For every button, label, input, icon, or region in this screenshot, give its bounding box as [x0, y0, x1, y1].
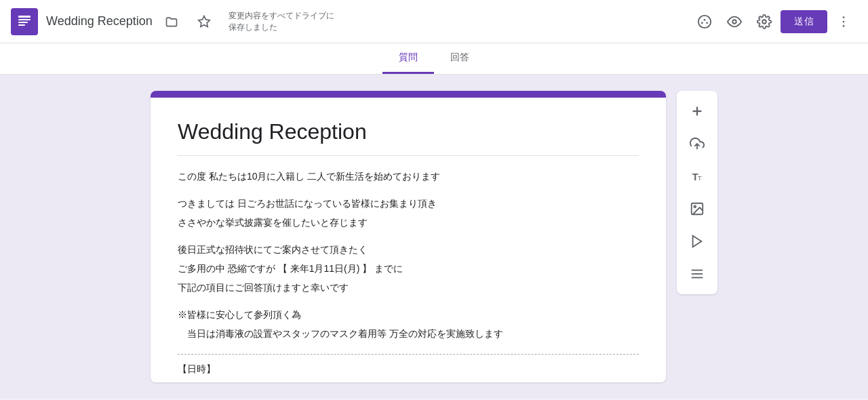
add-section-button[interactable]: [682, 259, 712, 289]
svg-point-7: [704, 18, 706, 20]
more-icon: [836, 14, 851, 29]
svg-rect-1: [18, 19, 31, 20]
palette-icon: [697, 14, 712, 29]
svg-point-10: [762, 20, 766, 24]
header-actions: 送信: [691, 8, 857, 35]
palette-button[interactable]: [691, 8, 718, 35]
star-button[interactable]: [191, 8, 218, 35]
section-divider: [178, 354, 639, 355]
add-element-button[interactable]: [682, 96, 712, 126]
folder-button[interactable]: [158, 8, 185, 35]
svg-point-12: [843, 20, 845, 22]
app-logo: [11, 8, 38, 35]
add-icon: [690, 104, 705, 119]
svg-point-9: [732, 20, 736, 24]
event-date: 2021年5月22日（土）: [178, 378, 639, 382]
svg-point-8: [706, 22, 708, 24]
form-text-3: 後日正式な招待状にてご案内させて頂きたくご多用の中 恐縮ですが 【 来年1月11…: [178, 240, 639, 297]
add-title-button[interactable]: T T: [682, 161, 712, 191]
preview-button[interactable]: [721, 8, 748, 35]
form-card: Wedding Reception この度 私たちは10月に入籍し 二人で新生活…: [151, 91, 666, 382]
star-icon: [197, 15, 211, 28]
svg-point-11: [843, 16, 845, 18]
tabs-bar: 質問 回答: [0, 43, 868, 75]
add-image-button[interactable]: [682, 194, 712, 224]
settings-button[interactable]: [751, 8, 778, 35]
svg-point-13: [843, 25, 845, 27]
form-text-4: ※皆様に安心して参列頂く為 当日は消毒液の設置やスタッフのマスク着用等 万全の対…: [178, 305, 639, 343]
more-button[interactable]: [830, 8, 857, 35]
folder-icon: [165, 15, 178, 28]
doc-title: Wedding Reception: [46, 14, 153, 28]
main-content: Wedding Reception この度 私たちは10月に入籍し 二人で新生活…: [0, 75, 868, 399]
svg-rect-0: [18, 16, 31, 18]
form-text-1: この度 私たちは10月に入籍し 二人で新生活を始めております: [178, 167, 639, 186]
svg-marker-4: [198, 16, 210, 26]
save-status: 変更内容をすべてドライブに 保存しました: [229, 10, 334, 33]
import-questions-button[interactable]: [682, 129, 712, 159]
preview-icon: [727, 14, 742, 29]
form-title: Wedding Reception: [178, 119, 639, 156]
sidebar-tools: T T: [677, 91, 717, 294]
form-body: この度 私たちは10月に入籍し 二人で新生活を始めております つきましては 日ご…: [178, 167, 639, 343]
svg-text:T: T: [698, 175, 702, 182]
tab-questions[interactable]: 質問: [382, 43, 434, 74]
svg-point-5: [698, 15, 711, 27]
svg-point-6: [701, 22, 703, 24]
tab-responses[interactable]: 回答: [434, 43, 486, 74]
svg-rect-2: [18, 22, 28, 23]
title-icon: T T: [690, 169, 705, 184]
settings-icon: [757, 14, 772, 29]
video-icon: [690, 234, 705, 249]
section-icon: [690, 266, 705, 281]
event-time-header: 【日時】: [178, 360, 639, 378]
image-icon: [690, 201, 705, 216]
form-text-2: つきましては 日ごろお世話になっている皆様にお集まり頂きささやかな挙式披露宴を催…: [178, 194, 639, 232]
header: Wedding Reception 変更内容をすべてドライブに 保存しました: [0, 0, 868, 43]
send-button[interactable]: 送信: [781, 10, 827, 33]
forms-logo-icon: [16, 14, 33, 30]
svg-rect-3: [18, 24, 25, 26]
add-video-button[interactable]: [682, 226, 712, 256]
event-details: 【日時】 2021年5月22日（土） 受付 挙式披露宴 二次会 【場所】 挙式披…: [178, 360, 639, 382]
import-icon: [690, 136, 705, 151]
svg-marker-21: [693, 236, 702, 247]
svg-point-20: [694, 205, 696, 207]
